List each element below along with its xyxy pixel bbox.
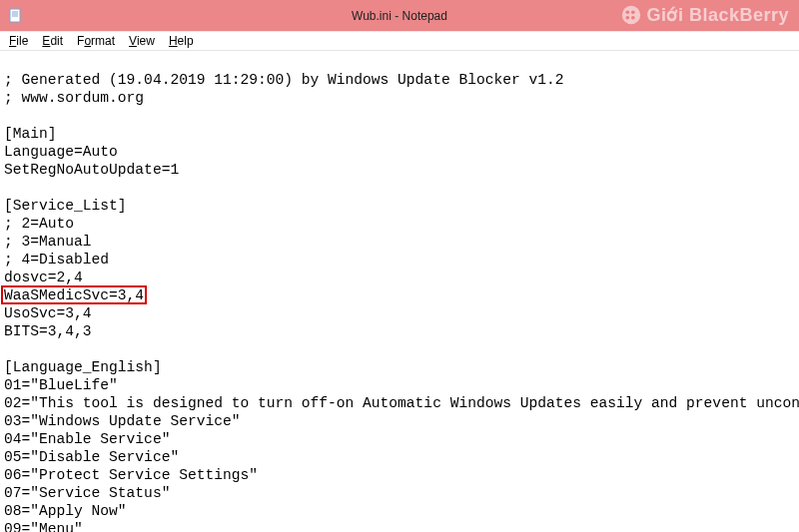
svg-point-5 [626, 10, 630, 14]
menu-view[interactable]: View [122, 33, 162, 49]
text-line: UsoSvc=3,4 [4, 304, 795, 322]
text-line: [Language_English] [4, 358, 795, 376]
text-line: [Main] [4, 125, 795, 143]
watermark: Giới BlackBerry [620, 4, 789, 26]
text-line: [Service_List] [4, 197, 795, 215]
text-line: ; 4=Disabled [4, 251, 795, 268]
svg-point-6 [631, 10, 635, 14]
text-line: WaaSMedicSvc=3,4 [4, 286, 795, 304]
notepad-icon [8, 8, 24, 24]
text-line: ; www.sordum.org [4, 89, 795, 107]
menu-file[interactable]: File [2, 33, 35, 49]
titlebar: Wub.ini - Notepad Giới BlackBerry [0, 0, 799, 31]
text-line: ; 3=Manual [4, 233, 795, 251]
text-line: 02="This tool is designed to turn off-on… [4, 394, 795, 412]
watermark-icon [620, 4, 642, 26]
svg-point-7 [626, 16, 630, 20]
editor-content[interactable]: ; Generated (19.04.2019 11:29:00) by Win… [0, 51, 799, 532]
text-line: BITS=3,4,3 [4, 322, 795, 340]
menu-format[interactable]: Format [70, 33, 122, 49]
svg-point-4 [622, 6, 640, 24]
menubar: File Edit Format View Help [0, 31, 799, 51]
text-line [4, 340, 795, 358]
text-line [4, 179, 795, 197]
text-line: dosvc=2,4 [4, 268, 795, 286]
text-line: 03="Windows Update Service" [4, 412, 795, 430]
watermark-text: Giới BlackBerry [646, 4, 789, 26]
text-line: Language=Auto [4, 143, 795, 161]
text-line: 04="Enable Service" [4, 430, 795, 448]
text-line: 09="Menu" [4, 520, 795, 532]
text-line: 06="Protect Service Settings" [4, 466, 795, 484]
text-line: 05="Disable Service" [4, 448, 795, 466]
text-line: 08="Apply Now" [4, 502, 795, 520]
menu-edit[interactable]: Edit [35, 33, 70, 49]
text-line: ; 2=Auto [4, 215, 795, 233]
text-line: 01="BlueLife" [4, 376, 795, 394]
text-line: SetRegNoAutoUpdate=1 [4, 161, 795, 179]
window-title: Wub.ini - Notepad [352, 9, 447, 23]
text-line: ; Generated (19.04.2019 11:29:00) by Win… [4, 71, 795, 89]
text-line [4, 107, 795, 125]
text-line: 07="Service Status" [4, 484, 795, 502]
svg-point-8 [631, 16, 635, 20]
menu-help[interactable]: Help [162, 33, 201, 49]
